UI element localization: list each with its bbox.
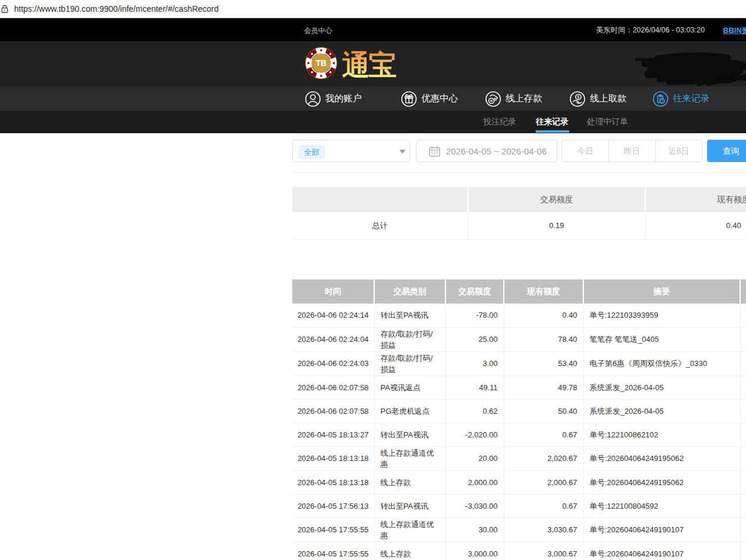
svg-text:$: $ <box>577 95 580 99</box>
svg-text:TB: TB <box>316 58 327 68</box>
